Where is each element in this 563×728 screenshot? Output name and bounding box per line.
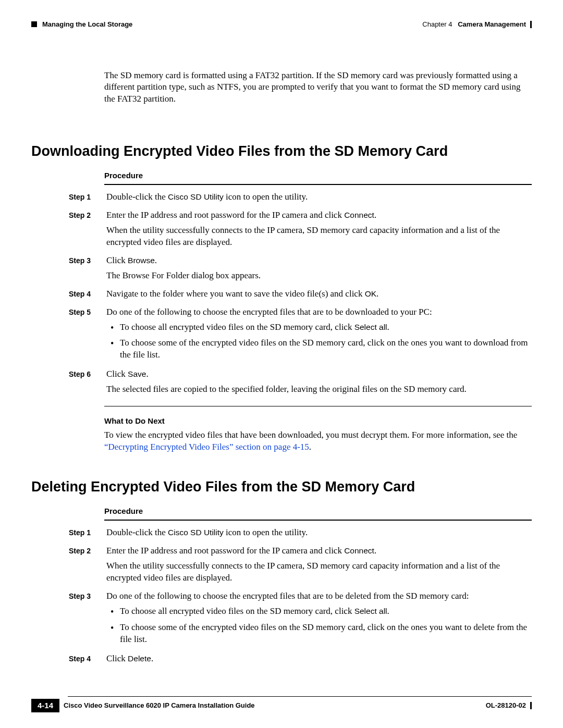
step-label: Step 4 xyxy=(69,288,106,303)
step-label: Step 2 xyxy=(69,209,106,252)
step-row: Step 2 Enter the IP address and root pas… xyxy=(31,209,532,252)
step-label: Step 4 xyxy=(69,653,106,668)
header-section: Managing the Local Storage xyxy=(42,20,132,29)
header-bar-icon xyxy=(530,21,532,28)
cross-reference-link[interactable]: “Decrypting Encrypted Video Files” secti… xyxy=(104,442,309,452)
bullet-item: To choose all encrypted video files on t… xyxy=(106,322,530,334)
page-number-badge: 4-14 xyxy=(31,699,59,712)
rule-thick xyxy=(104,520,532,521)
running-header: Managing the Local Storage Chapter 4 Cam… xyxy=(31,20,532,29)
rule-thick xyxy=(104,184,532,185)
footer-bar-icon xyxy=(530,702,532,709)
step-text: When the utility successfully connects t… xyxy=(106,225,530,249)
what-to-do-next-text: To view the encrypted video files that h… xyxy=(104,429,529,453)
section-heading-deleting: Deleting Encrypted Video Files from the … xyxy=(31,477,532,496)
step-label: Step 1 xyxy=(69,527,106,542)
step-text: Click Save. xyxy=(106,368,530,380)
step-label: Step 3 xyxy=(69,590,106,650)
step-row: Step 6 Click Save. The selected files ar… xyxy=(31,368,532,399)
page-footer: 4-14 Cisco Video Surveillance 6020 IP Ca… xyxy=(31,696,532,712)
step-row: Step 1 Double-click the Cisco SD Utility… xyxy=(31,527,532,542)
step-row: Step 4 Navigate to the folder where you … xyxy=(31,288,532,303)
step-row: Step 3 Click Browse. The Browse For Fold… xyxy=(31,255,532,285)
step-text: Double-click the Cisco SD Utility icon t… xyxy=(106,527,530,539)
what-to-do-next-heading: What to Do Next xyxy=(104,416,529,426)
bullet-item: To choose some of the encrypted video fi… xyxy=(106,337,530,361)
step-text: Click Delete. xyxy=(106,653,530,665)
step-row: Step 4 Click Delete. xyxy=(31,653,532,668)
bullet-item: To choose some of the encrypted video fi… xyxy=(106,622,530,646)
step-text: The selected files are copied to the spe… xyxy=(106,384,530,396)
step-text: Do one of the following to choose the en… xyxy=(106,590,530,602)
step-row: Step 3 Do one of the following to choose… xyxy=(31,590,532,650)
step-row: Step 1 Double-click the Cisco SD Utility… xyxy=(31,191,532,206)
procedure-heading: Procedure xyxy=(104,170,532,181)
step-label: Step 3 xyxy=(69,255,106,285)
header-chapter-title: Camera Management xyxy=(458,20,526,28)
footer-doc-id: OL-28120-02 xyxy=(486,701,526,710)
step-text: Double-click the Cisco SD Utility icon t… xyxy=(106,191,530,203)
step-text: Enter the IP address and root password f… xyxy=(106,209,530,221)
header-chapter-prefix: Chapter 4 xyxy=(422,20,452,28)
rule-thin xyxy=(104,406,532,406)
procedure-heading: Procedure xyxy=(104,506,532,516)
bullet-item: To choose all encrypted video files on t… xyxy=(106,606,530,618)
step-text: Navigate to the folder where you want to… xyxy=(106,288,530,300)
step-text: Click Browse. xyxy=(106,255,530,267)
step-label: Step 1 xyxy=(69,191,106,206)
step-text: Enter the IP address and root password f… xyxy=(106,545,530,557)
header-marker-icon xyxy=(31,21,37,27)
intro-paragraph: The SD memory card is formatted using a … xyxy=(104,70,527,106)
step-text: When the utility successfully connects t… xyxy=(106,560,530,584)
step-label: Step 5 xyxy=(69,306,106,366)
step-row: Step 5 Do one of the following to choose… xyxy=(31,306,532,366)
step-label: Step 6 xyxy=(69,368,106,399)
step-label: Step 2 xyxy=(69,545,106,587)
footer-book-title: Cisco Video Surveillance 6020 IP Camera … xyxy=(64,701,255,710)
step-row: Step 2 Enter the IP address and root pas… xyxy=(31,545,532,587)
step-text: Do one of the following to choose the en… xyxy=(106,306,530,318)
section-heading-downloading: Downloading Encrypted Video Files from t… xyxy=(31,142,532,161)
step-text: The Browse For Folder dialog box appears… xyxy=(106,270,530,282)
